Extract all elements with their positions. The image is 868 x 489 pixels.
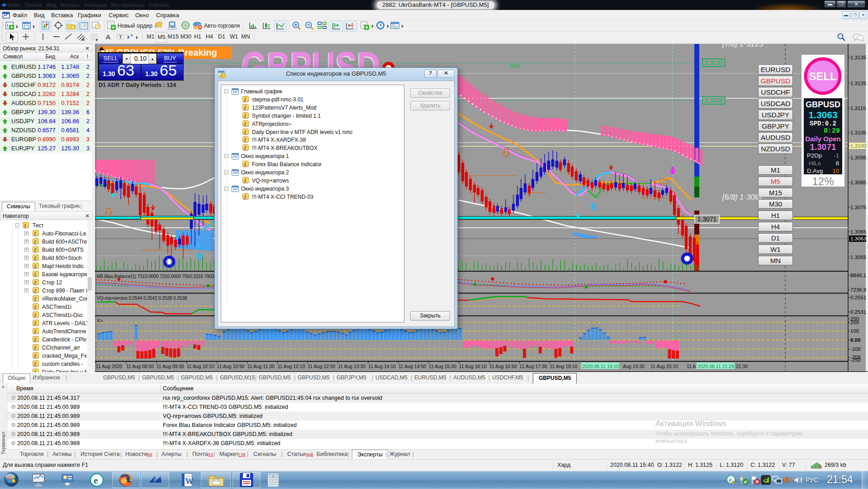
svg-text:11 Aug 16:10: 11 Aug 16:10 xyxy=(459,364,487,369)
svg-text:-100: -100 xyxy=(850,346,861,352)
svg-text:11 Aug 12:10: 11 Aug 12:10 xyxy=(277,364,305,369)
svg-text:0.00: 0.00 xyxy=(850,337,860,343)
svg-text:[7/8] 1·3123: [7/8] 1·3123 xyxy=(722,44,764,48)
svg-text:1.3063: 1.3063 xyxy=(850,236,866,241)
svg-text:1.3065: 1.3065 xyxy=(850,229,866,235)
svg-text:11 Aug 09:30: 11 Aug 09:30 xyxy=(157,364,184,369)
svg-text:11 Aug 18:10: 11 Aug 18:10 xyxy=(550,364,578,369)
svg-text:11 Aug 10:10: 11 Aug 10:10 xyxy=(187,364,214,369)
svg-text:Aug 19:30: Aug 19:30 xyxy=(623,364,645,369)
svg-text:0.2551: 0.2551 xyxy=(850,295,866,300)
svg-text:1.3071: 1.3071 xyxy=(697,216,717,223)
svg-text:11 Aug 11:30: 11 Aug 11:30 xyxy=(247,364,275,369)
svg-text:1.3125: 1.3125 xyxy=(850,81,866,86)
svg-text:M5 Blau Balance(1) 7310.0000 7: M5 Blau Balance(1) 7310.0000 7310.0000 7… xyxy=(97,273,221,279)
svg-text:VQ-nrp+arrows 0.2544 0.2542 0.: VQ-nrp+arrows 0.2544 0.2542 0.2538 0.253… xyxy=(97,295,187,301)
svg-text:1.3095: 1.3095 xyxy=(850,155,866,160)
svg-text:11 Aug 20:10: 11 Aug 20:10 xyxy=(650,364,678,369)
svg-text:1.3133: 1.3133 xyxy=(705,59,723,66)
svg-text:11 Aug 16:50: 11 Aug 16:50 xyxy=(489,364,517,369)
svg-text:8845.1: 8845.1 xyxy=(850,273,866,278)
svg-text:11 A: 11 A xyxy=(687,364,696,369)
svg-text:200: 200 xyxy=(850,320,859,325)
svg-text:1.3118: 1.3118 xyxy=(705,97,723,104)
svg-text:21:30: 21:30 xyxy=(736,364,748,369)
svg-text:11 Aug 17:30: 11 Aug 17:30 xyxy=(520,364,547,369)
svg-text:SELL: SELL xyxy=(809,70,836,82)
svg-text:e: e xyxy=(94,475,98,486)
svg-text:1.3075: 1.3075 xyxy=(850,205,866,210)
svg-text:50%: 50% xyxy=(510,63,521,69)
svg-text:11 Aug 13:30: 11 Aug 13:30 xyxy=(338,364,365,369)
svg-text:1.3105: 1.3105 xyxy=(850,130,866,135)
svg-text:100: 100 xyxy=(850,328,859,334)
svg-text:E: E xyxy=(82,38,85,42)
svg-text:-250: -250 xyxy=(850,357,861,363)
svg-text:2020.08.11 19:10: 2020.08.11 19:10 xyxy=(582,364,619,369)
svg-text:11 Aug 2020: 11 Aug 2020 xyxy=(96,364,122,369)
svg-text:1.3115: 1.3115 xyxy=(850,105,866,111)
svg-text:F: F xyxy=(96,38,98,42)
svg-text:0.2531: 0.2531 xyxy=(850,309,866,315)
svg-text:11 Aug 12:50: 11 Aug 12:50 xyxy=(308,364,335,369)
svg-text:1.3055: 1.3055 xyxy=(850,254,866,260)
svg-text:1.3100: 1.3100 xyxy=(850,143,866,149)
svg-text:11 Aug 14:50: 11 Aug 14:50 xyxy=(398,364,426,369)
svg-text:[6/8] 1·3062: [6/8] 1·3062 xyxy=(722,193,764,201)
svg-text:1.3135: 1.3135 xyxy=(850,55,866,60)
svg-text:11 Aug 10:50: 11 Aug 10:50 xyxy=(217,364,245,369)
svg-text:11 Aug 08:50: 11 Aug 08:50 xyxy=(126,364,154,369)
svg-text:11 Aug 14:10: 11 Aug 14:10 xyxy=(368,364,396,369)
svg-text:2020.08.11 21:25: 2020.08.11 21:25 xyxy=(697,364,734,369)
svg-text:e: e xyxy=(729,476,732,483)
svg-text:11 Aug 15:30: 11 Aug 15:30 xyxy=(429,364,456,369)
svg-text:1.3085: 1.3085 xyxy=(850,180,866,185)
svg-text:7236.9: 7236.9 xyxy=(850,287,866,292)
svg-text:T: T xyxy=(119,34,122,40)
